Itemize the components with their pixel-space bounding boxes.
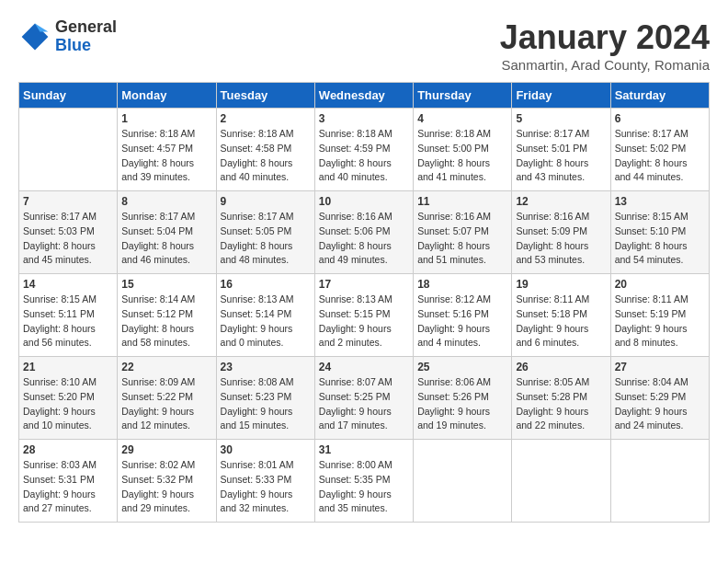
calendar-cell: 1Sunrise: 8:18 AMSunset: 4:57 PMDaylight… <box>118 109 216 191</box>
weekday-header: Saturday <box>610 83 709 109</box>
day-detail: Sunrise: 8:02 AMSunset: 5:32 PMDaylight:… <box>121 458 211 516</box>
calendar-cell: 24Sunrise: 8:07 AMSunset: 5:25 PMDayligh… <box>314 357 413 440</box>
day-detail: Sunrise: 8:08 AMSunset: 5:23 PMDaylight:… <box>221 375 311 433</box>
day-detail: Sunrise: 8:17 AMSunset: 5:03 PMDaylight:… <box>23 210 113 268</box>
day-number: 21 <box>23 361 113 373</box>
day-number: 30 <box>221 443 311 456</box>
day-number: 28 <box>23 443 113 456</box>
calendar-cell: 10Sunrise: 8:16 AMSunset: 5:06 PMDayligh… <box>314 191 413 274</box>
day-detail: Sunrise: 8:13 AMSunset: 5:15 PMDaylight:… <box>319 293 409 350</box>
day-detail: Sunrise: 8:17 AMSunset: 5:02 PMDaylight:… <box>615 127 705 185</box>
day-detail: Sunrise: 8:16 AMSunset: 5:09 PMDaylight:… <box>516 210 606 268</box>
calendar-cell: 27Sunrise: 8:04 AMSunset: 5:29 PMDayligh… <box>610 357 709 440</box>
logo-blue: Blue <box>55 37 117 55</box>
calendar-cell: 28Sunrise: 8:03 AMSunset: 5:31 PMDayligh… <box>19 440 118 523</box>
day-detail: Sunrise: 8:15 AMSunset: 5:10 PMDaylight:… <box>615 210 705 268</box>
day-number: 26 <box>516 361 606 373</box>
day-detail: Sunrise: 8:01 AMSunset: 5:33 PMDaylight:… <box>221 458 311 516</box>
day-detail: Sunrise: 8:18 AMSunset: 4:57 PMDaylight:… <box>121 127 211 185</box>
day-detail: Sunrise: 8:05 AMSunset: 5:28 PMDaylight:… <box>516 375 606 433</box>
calendar-cell: 25Sunrise: 8:06 AMSunset: 5:26 PMDayligh… <box>414 357 512 440</box>
weekday-header: Thursday <box>414 83 512 109</box>
weekday-header: Wednesday <box>314 83 413 109</box>
calendar-cell: 23Sunrise: 8:08 AMSunset: 5:23 PMDayligh… <box>216 357 314 440</box>
calendar-week-row: 21Sunrise: 8:10 AMSunset: 5:20 PMDayligh… <box>19 357 710 440</box>
calendar-cell: 12Sunrise: 8:16 AMSunset: 5:09 PMDayligh… <box>512 191 610 274</box>
day-number: 2 <box>221 112 311 125</box>
day-number: 4 <box>417 112 507 125</box>
day-number: 22 <box>121 361 211 373</box>
title-area: January 2024 Sanmartin, Arad County, Rom… <box>500 18 710 73</box>
day-number: 5 <box>516 112 606 125</box>
day-detail: Sunrise: 8:03 AMSunset: 5:31 PMDaylight:… <box>23 458 113 516</box>
day-detail: Sunrise: 8:06 AMSunset: 5:26 PMDaylight:… <box>417 375 507 433</box>
weekday-header: Tuesday <box>216 83 314 109</box>
day-detail: Sunrise: 8:15 AMSunset: 5:11 PMDaylight:… <box>23 293 113 350</box>
day-number: 6 <box>615 112 705 125</box>
calendar-week-row: 28Sunrise: 8:03 AMSunset: 5:31 PMDayligh… <box>19 440 710 523</box>
day-number: 15 <box>121 278 211 291</box>
calendar-cell: 11Sunrise: 8:16 AMSunset: 5:07 PMDayligh… <box>414 191 512 274</box>
calendar-cell: 3Sunrise: 8:18 AMSunset: 4:59 PMDaylight… <box>314 109 413 191</box>
calendar-table: SundayMondayTuesdayWednesdayThursdayFrid… <box>18 82 710 523</box>
day-number: 8 <box>121 195 211 208</box>
calendar-cell: 5Sunrise: 8:17 AMSunset: 5:01 PMDaylight… <box>512 109 610 191</box>
calendar-cell: 16Sunrise: 8:13 AMSunset: 5:14 PMDayligh… <box>216 274 314 357</box>
calendar-cell: 18Sunrise: 8:12 AMSunset: 5:16 PMDayligh… <box>414 274 512 357</box>
calendar-cell: 19Sunrise: 8:11 AMSunset: 5:18 PMDayligh… <box>512 274 610 357</box>
calendar-cell: 21Sunrise: 8:10 AMSunset: 5:20 PMDayligh… <box>19 357 118 440</box>
calendar-week-row: 1Sunrise: 8:18 AMSunset: 4:57 PMDaylight… <box>19 109 710 191</box>
day-number: 14 <box>23 278 113 291</box>
logo-general: General <box>55 18 117 37</box>
day-detail: Sunrise: 8:04 AMSunset: 5:29 PMDaylight:… <box>615 375 705 433</box>
calendar-header: SundayMondayTuesdayWednesdayThursdayFrid… <box>19 83 710 109</box>
day-number: 23 <box>221 361 311 373</box>
day-detail: Sunrise: 8:18 AMSunset: 4:59 PMDaylight:… <box>319 127 409 185</box>
calendar-cell: 29Sunrise: 8:02 AMSunset: 5:32 PMDayligh… <box>118 440 216 523</box>
calendar-week-row: 7Sunrise: 8:17 AMSunset: 5:03 PMDaylight… <box>19 191 710 274</box>
calendar-cell: 14Sunrise: 8:15 AMSunset: 5:11 PMDayligh… <box>19 274 118 357</box>
day-detail: Sunrise: 8:16 AMSunset: 5:07 PMDaylight:… <box>417 210 507 268</box>
day-detail: Sunrise: 8:12 AMSunset: 5:16 PMDaylight:… <box>417 293 507 350</box>
day-number: 7 <box>23 195 113 208</box>
day-number: 25 <box>417 361 507 373</box>
day-number: 11 <box>417 195 507 208</box>
day-detail: Sunrise: 8:13 AMSunset: 5:14 PMDaylight:… <box>221 293 311 350</box>
day-number: 9 <box>221 195 311 208</box>
logo-icon <box>18 20 51 53</box>
calendar-cell: 8Sunrise: 8:17 AMSunset: 5:04 PMDaylight… <box>118 191 216 274</box>
calendar-cell: 2Sunrise: 8:18 AMSunset: 4:58 PMDaylight… <box>216 109 314 191</box>
day-detail: Sunrise: 8:17 AMSunset: 5:01 PMDaylight:… <box>516 127 606 185</box>
calendar-cell: 15Sunrise: 8:14 AMSunset: 5:12 PMDayligh… <box>118 274 216 357</box>
day-number: 10 <box>319 195 409 208</box>
day-number: 24 <box>319 361 409 373</box>
calendar-cell <box>512 440 610 523</box>
day-number: 18 <box>417 278 507 291</box>
day-detail: Sunrise: 8:11 AMSunset: 5:19 PMDaylight:… <box>615 293 705 350</box>
location: Sanmartin, Arad County, Romania <box>500 57 710 73</box>
calendar-cell: 30Sunrise: 8:01 AMSunset: 5:33 PMDayligh… <box>216 440 314 523</box>
day-number: 27 <box>615 361 705 373</box>
calendar-cell: 17Sunrise: 8:13 AMSunset: 5:15 PMDayligh… <box>314 274 413 357</box>
day-number: 1 <box>121 112 211 125</box>
calendar-cell: 9Sunrise: 8:17 AMSunset: 5:05 PMDaylight… <box>216 191 314 274</box>
day-number: 31 <box>319 443 409 456</box>
day-detail: Sunrise: 8:10 AMSunset: 5:20 PMDaylight:… <box>23 375 113 433</box>
page-header: General Blue January 2024 Sanmartin, Ara… <box>18 18 710 73</box>
day-number: 3 <box>319 112 409 125</box>
day-detail: Sunrise: 8:18 AMSunset: 5:00 PMDaylight:… <box>417 127 507 185</box>
day-detail: Sunrise: 8:17 AMSunset: 5:04 PMDaylight:… <box>121 210 211 268</box>
day-number: 19 <box>516 278 606 291</box>
calendar-cell: 4Sunrise: 8:18 AMSunset: 5:00 PMDaylight… <box>414 109 512 191</box>
calendar-cell <box>414 440 512 523</box>
weekday-header: Friday <box>512 83 610 109</box>
calendar-body: 1Sunrise: 8:18 AMSunset: 4:57 PMDaylight… <box>19 109 710 523</box>
weekday-header: Monday <box>118 83 216 109</box>
day-detail: Sunrise: 8:11 AMSunset: 5:18 PMDaylight:… <box>516 293 606 350</box>
day-detail: Sunrise: 8:16 AMSunset: 5:06 PMDaylight:… <box>319 210 409 268</box>
month-title: January 2024 <box>500 18 710 57</box>
calendar-cell: 20Sunrise: 8:11 AMSunset: 5:19 PMDayligh… <box>610 274 709 357</box>
calendar-cell: 22Sunrise: 8:09 AMSunset: 5:22 PMDayligh… <box>118 357 216 440</box>
day-detail: Sunrise: 8:18 AMSunset: 4:58 PMDaylight:… <box>221 127 311 185</box>
weekday-header: Sunday <box>19 83 118 109</box>
